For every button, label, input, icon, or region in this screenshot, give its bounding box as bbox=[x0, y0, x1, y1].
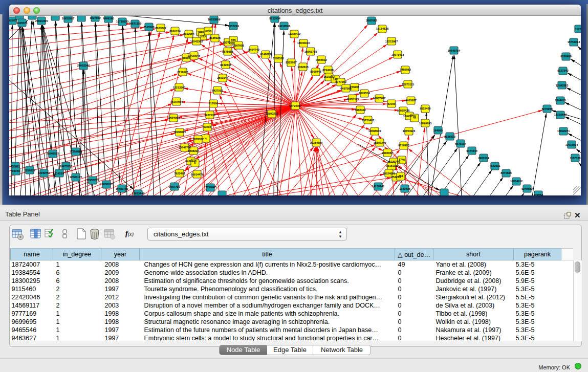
svg-text:44: 44 bbox=[413, 116, 417, 119]
svg-text:1167533: 1167533 bbox=[570, 157, 580, 160]
svg-text:12213363: 12213363 bbox=[173, 86, 185, 89]
svg-text:8186328: 8186328 bbox=[209, 36, 220, 39]
svg-text:18524851: 18524851 bbox=[383, 172, 395, 175]
svg-text:5938923: 5938923 bbox=[444, 135, 455, 138]
svg-text:5678332: 5678332 bbox=[192, 138, 203, 141]
svg-text:2935114: 2935114 bbox=[478, 157, 489, 160]
svg-text:15046766: 15046766 bbox=[179, 146, 191, 149]
svg-text:10807487: 10807487 bbox=[373, 97, 385, 100]
svg-text:14136141: 14136141 bbox=[372, 185, 384, 188]
svg-text:12213967: 12213967 bbox=[385, 40, 398, 43]
svg-text:8427552: 8427552 bbox=[212, 89, 223, 92]
svg-text:19384554: 19384554 bbox=[310, 141, 323, 144]
svg-text:3215958: 3215958 bbox=[541, 107, 552, 111]
svg-text:9227342: 9227342 bbox=[557, 69, 568, 72]
svg-text:6466160: 6466160 bbox=[103, 17, 114, 20]
svg-text:10958107: 10958107 bbox=[100, 183, 113, 186]
svg-text:19654983: 19654983 bbox=[167, 116, 180, 119]
svg-text:10719155: 10719155 bbox=[116, 20, 128, 23]
svg-text:10899695: 10899695 bbox=[419, 122, 431, 125]
svg-text:20364436: 20364436 bbox=[346, 97, 359, 100]
svg-text:12923446: 12923446 bbox=[132, 192, 144, 195]
svg-text:62160: 62160 bbox=[387, 102, 395, 105]
svg-text:13716485: 13716485 bbox=[204, 186, 216, 189]
svg-text:16648784: 16648784 bbox=[448, 49, 461, 52]
svg-text:2367608: 2367608 bbox=[233, 44, 244, 47]
svg-text:1156829: 1156829 bbox=[24, 169, 35, 172]
svg-text:15692971: 15692971 bbox=[557, 129, 570, 133]
svg-text:39153: 39153 bbox=[12, 169, 19, 172]
svg-text:254: 254 bbox=[398, 174, 403, 178]
svg-text:924564: 924564 bbox=[534, 193, 543, 195]
svg-text:405572: 405572 bbox=[9, 19, 17, 22]
svg-text:16782759: 16782759 bbox=[116, 187, 128, 190]
svg-text:7485063: 7485063 bbox=[400, 68, 410, 71]
svg-text:16210643: 16210643 bbox=[554, 113, 567, 116]
svg-text:20206535: 20206535 bbox=[47, 152, 59, 155]
svg-text:1588520: 1588520 bbox=[273, 57, 284, 60]
svg-text:6679197: 6679197 bbox=[455, 142, 466, 145]
svg-text:5275: 5275 bbox=[200, 35, 206, 38]
svg-text:10688609: 10688609 bbox=[368, 129, 381, 133]
svg-text:19166825: 19166825 bbox=[173, 130, 186, 134]
svg-text:10654112: 10654112 bbox=[510, 180, 522, 183]
svg-text:9329966: 9329966 bbox=[560, 55, 571, 58]
svg-text:1362615: 1362615 bbox=[297, 65, 308, 69]
svg-text:546: 546 bbox=[231, 38, 235, 41]
svg-text:9084067: 9084067 bbox=[382, 151, 393, 155]
svg-text:1405571: 1405571 bbox=[16, 21, 27, 25]
svg-text:11325419: 11325419 bbox=[288, 32, 300, 35]
svg-text:11174: 11174 bbox=[575, 28, 581, 31]
svg-text:7632621: 7632621 bbox=[489, 164, 500, 167]
svg-text:19975857: 19975857 bbox=[60, 165, 72, 168]
svg-text:8813054: 8813054 bbox=[269, 17, 280, 20]
svg-text:1733426: 1733426 bbox=[399, 187, 410, 190]
svg-text:1527602: 1527602 bbox=[90, 16, 100, 19]
svg-text:7625402: 7625402 bbox=[174, 172, 185, 175]
svg-text:1244415: 1244415 bbox=[555, 99, 565, 102]
svg-text:16914479: 16914479 bbox=[191, 173, 203, 176]
svg-text:20691406: 20691406 bbox=[35, 19, 48, 23]
svg-text:53594: 53594 bbox=[203, 125, 211, 128]
svg-text:7986322: 7986322 bbox=[355, 108, 365, 112]
svg-text:9474444: 9474444 bbox=[466, 149, 477, 152]
svg-text:18807249: 18807249 bbox=[374, 141, 386, 144]
svg-text:16543362: 16543362 bbox=[190, 40, 203, 43]
svg-text:7663822: 7663822 bbox=[155, 27, 166, 30]
svg-text:7357224: 7357224 bbox=[228, 25, 239, 28]
svg-text:1746: 1746 bbox=[399, 158, 405, 161]
svg-text:9146821: 9146821 bbox=[260, 53, 271, 56]
svg-text:17957255: 17957255 bbox=[86, 179, 99, 182]
svg-text:16154838: 16154838 bbox=[376, 27, 388, 30]
svg-text:16961758: 16961758 bbox=[304, 50, 317, 53]
svg-text:5875685: 5875685 bbox=[222, 50, 233, 53]
svg-text:9245652: 9245652 bbox=[521, 187, 532, 190]
svg-text:16033809: 16033809 bbox=[208, 18, 220, 21]
svg-text:3624554: 3624554 bbox=[359, 92, 370, 95]
svg-text:2718126: 2718126 bbox=[177, 71, 188, 74]
svg-text:6794028: 6794028 bbox=[322, 69, 333, 72]
svg-text:164095: 164095 bbox=[433, 129, 443, 132]
svg-text:18724007: 18724007 bbox=[289, 104, 301, 107]
svg-text:8454749: 8454749 bbox=[248, 48, 259, 51]
svg-text:8471626: 8471626 bbox=[500, 171, 511, 174]
svg-text:8912954: 8912954 bbox=[183, 32, 194, 35]
svg-text:12093383: 12093383 bbox=[556, 84, 568, 87]
svg-text:435061: 435061 bbox=[11, 165, 20, 168]
svg-text:1615132: 1615132 bbox=[386, 164, 397, 167]
svg-text:5322: 5322 bbox=[198, 31, 204, 34]
svg-text:6058: 6058 bbox=[205, 30, 211, 33]
svg-text:9463627: 9463627 bbox=[405, 99, 416, 102]
svg-text:8990448: 8990448 bbox=[310, 70, 321, 73]
svg-text:5: 5 bbox=[194, 161, 195, 164]
svg-text:9242848: 9242848 bbox=[220, 63, 231, 67]
svg-text:15720407: 15720407 bbox=[362, 119, 374, 122]
svg-text:98996: 98996 bbox=[182, 56, 190, 59]
svg-text:12505135: 12505135 bbox=[70, 176, 82, 179]
svg-text:746266: 746266 bbox=[350, 85, 359, 89]
svg-text:114519: 114519 bbox=[55, 172, 64, 175]
svg-text:17359924: 17359924 bbox=[70, 150, 82, 153]
svg-text:10973493: 10973493 bbox=[391, 53, 404, 56]
svg-text:7955812: 7955812 bbox=[316, 58, 326, 61]
svg-text:10025438: 10025438 bbox=[397, 109, 409, 112]
